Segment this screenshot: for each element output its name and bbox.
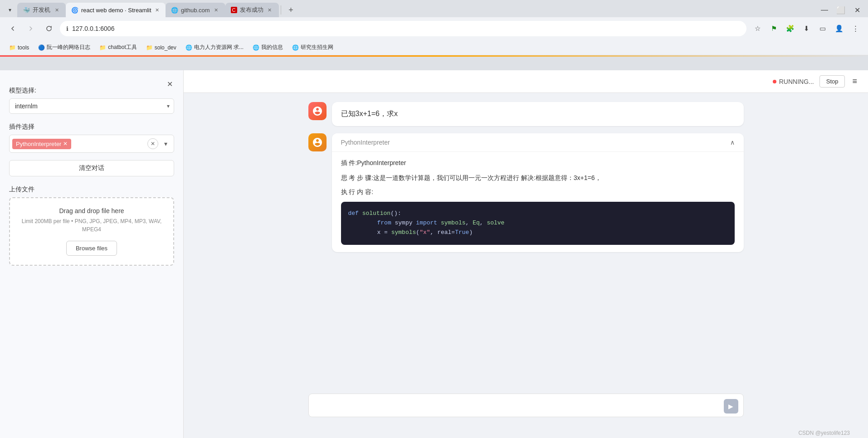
streamlit-header: RUNNING... Stop ≡ — [184, 70, 868, 93]
upload-limit-text: Limit 200MB per file • PNG, JPG, JPEG, M… — [19, 217, 164, 234]
tab-separator — [281, 5, 281, 15]
bookmark-myinfo[interactable]: 🌐 我的信息 — [249, 42, 287, 53]
running-dot — [773, 80, 776, 83]
chat-input[interactable] — [308, 394, 744, 417]
bookmark-star-button[interactable]: ☆ — [750, 21, 765, 36]
bookmark-tools-icon: 📁 — [9, 44, 16, 51]
top-indicator — [0, 55, 868, 57]
tab4-label: 发布成功 — [240, 6, 263, 14]
tab-dev-machine[interactable]: 🐳 开发机 ✕ — [17, 3, 66, 17]
tab4-close[interactable]: ✕ — [266, 6, 273, 14]
running-indicator: RUNNING... — [773, 78, 814, 85]
new-tab-button[interactable]: + — [285, 4, 297, 16]
bookmark-graduate-icon: 🌐 — [292, 44, 299, 51]
sidebar-close-button[interactable]: ✕ — [163, 78, 176, 90]
bookmark-chatbot-icon: 📁 — [99, 44, 106, 51]
bookmark-graduate[interactable]: 🌐 研究生招生网 — [288, 42, 337, 53]
plugin-label: 插件选择 — [9, 123, 174, 131]
tab3-label: github.com — [181, 7, 210, 14]
back-button[interactable] — [5, 21, 20, 36]
nav-actions: ☆ ⚑ 🧩 ⬇ ▭ 👤 ⋮ — [750, 21, 863, 36]
browser-chrome: ▾ 🐳 开发机 ✕ 🌀 react web demo · Streamlit ✕… — [0, 0, 868, 70]
address-security-icon: ℹ — [66, 25, 68, 32]
bookmarks-bar: 📁 tools 🔵 阮一峰的网络日志 📁 chatbot工具 📁 solo_de… — [0, 40, 868, 55]
browser-nav: ℹ 127.0.0.1:6006 ☆ ⚑ 🧩 ⬇ ▭ 👤 ⋮ — [0, 17, 868, 40]
tab-publish[interactable]: C 发布成功 ✕ — [225, 3, 279, 17]
plugin-collapse-button[interactable]: ∧ — [730, 139, 735, 146]
user-bubble: 已知3x+1=6，求x — [332, 102, 744, 126]
send-button[interactable]: ▶ — [724, 399, 738, 414]
input-area: ▶ — [184, 388, 868, 428]
running-text: RUNNING... — [779, 78, 814, 85]
footer-text: CSDN @yestolife123 — [780, 428, 868, 438]
minimize-button[interactable]: — — [817, 3, 832, 17]
plugin-tag-pythoninterpreter: PythonInterpreter ✕ — [12, 139, 71, 149]
chat-area: 已知3x+1=6，求x PythonInterpreter ∧ 插 — [184, 93, 868, 388]
upload-drag-text: Drag and drop file here — [19, 207, 164, 214]
tab3-close[interactable]: ✕ — [213, 6, 220, 14]
plugin-area: PythonInterpreter ✕ ✕ ▾ — [9, 135, 174, 153]
reload-button[interactable] — [42, 21, 56, 36]
bookmark-chatbot[interactable]: 📁 chatbot工具 — [96, 42, 140, 53]
profile-button[interactable]: 👤 — [832, 21, 846, 36]
maximize-button[interactable]: ⬜ — [834, 3, 848, 17]
tab4-icon: C — [231, 7, 237, 13]
bookmark-solodev[interactable]: 📁 solo_dev — [142, 43, 180, 53]
send-icon: ▶ — [728, 403, 733, 410]
tab3-icon: 🌐 — [171, 7, 178, 14]
input-wrapper: ▶ — [308, 394, 744, 419]
bookmark-ruanyifeng-label: 阮一峰的网络日志 — [47, 44, 90, 51]
tab-github[interactable]: 🌐 github.com ✕ — [166, 3, 225, 17]
model-select[interactable]: internlm gpt-4 claude — [9, 98, 174, 114]
stop-button[interactable]: Stop — [819, 75, 845, 88]
clear-conversation-button[interactable]: 清空对话 — [9, 160, 174, 176]
code-line-3: x = symbols("x", real=True) — [348, 228, 727, 238]
tab-list-button[interactable]: ▾ — [3, 3, 17, 17]
model-select-wrapper: internlm gpt-4 claude ▾ — [9, 98, 174, 114]
plugin-expand-button[interactable]: ▾ — [160, 138, 171, 149]
bookmark-myinfo-icon: 🌐 — [253, 44, 259, 51]
model-label: 模型选择: — [9, 87, 174, 95]
tab2-icon: 🌀 — [71, 7, 78, 14]
plugin-name-line: 插 件:PythonInterpreter — [341, 159, 735, 167]
close-window-button[interactable]: ✕ — [850, 3, 864, 17]
download-button[interactable]: ⬇ — [799, 21, 814, 36]
flag-button[interactable]: ⚑ — [766, 21, 781, 36]
sidebar-toggle-button[interactable]: ▭ — [815, 21, 830, 36]
bookmark-myinfo-label: 我的信息 — [261, 44, 283, 51]
app-menu-button[interactable]: ≡ — [850, 75, 859, 88]
bookmark-tools[interactable]: 📁 tools — [5, 43, 33, 53]
bookmark-graduate-label: 研究生招生网 — [301, 44, 333, 51]
bot-message: PythonInterpreter ∧ 插 件:PythonInterprete… — [308, 133, 744, 252]
code-block: def solution(): from sympy import symbol… — [341, 202, 735, 244]
extensions-button[interactable]: 🧩 — [783, 21, 797, 36]
address-text: 127.0.0.1:6006 — [72, 25, 114, 32]
sidebar: ✕ 模型选择: internlm gpt-4 claude ▾ 插件选择 Pyt… — [0, 70, 184, 438]
forward-button[interactable] — [24, 21, 38, 36]
plugin-card-header: PythonInterpreter ∧ — [332, 133, 744, 152]
bookmark-chatbot-label: chatbot工具 — [108, 44, 137, 51]
bookmark-solodev-icon: 📁 — [146, 44, 153, 51]
thinking-text: 思 考 步 骤:这是一道数学计算题，我们可以用一元一次方程进行 解决:根据题意得… — [341, 173, 735, 183]
main-content: RUNNING... Stop ≡ 已知3x+1=6，求x — [184, 70, 868, 438]
tab-streamlit[interactable]: 🌀 react web demo · Streamlit ✕ — [66, 3, 166, 17]
bot-avatar — [308, 133, 327, 151]
plugin-tag-close[interactable]: ✕ — [63, 141, 68, 146]
bookmark-electric[interactable]: 🌐 电力人力资源网 求... — [182, 42, 247, 53]
plugin-content: 插 件:PythonInterpreter 思 考 步 骤:这是一道数学计算题，… — [332, 152, 744, 252]
bookmark-electric-icon: 🌐 — [185, 44, 192, 51]
browse-files-button[interactable]: Browse files — [66, 241, 117, 256]
bookmark-ruanyifeng-icon: 🔵 — [38, 44, 45, 51]
bookmark-ruanyifeng[interactable]: 🔵 阮一峰的网络日志 — [34, 42, 94, 53]
more-menu-button[interactable]: ⋮ — [848, 21, 863, 36]
upload-label: 上传文件 — [9, 185, 174, 194]
plugin-tag-label: PythonInterpreter — [16, 141, 61, 147]
app-container: ✕ 模型选择: internlm gpt-4 claude ▾ 插件选择 Pyt… — [0, 70, 868, 438]
bookmark-solodev-label: solo_dev — [155, 44, 176, 51]
tab1-close[interactable]: ✕ — [53, 6, 60, 14]
tab2-close[interactable]: ✕ — [154, 6, 160, 14]
address-bar[interactable]: ℹ 127.0.0.1:6006 — [60, 21, 746, 36]
user-avatar — [308, 102, 327, 120]
tab2-label: react web demo · Streamlit — [81, 7, 151, 14]
plugin-clear-button[interactable]: ✕ — [147, 138, 158, 149]
